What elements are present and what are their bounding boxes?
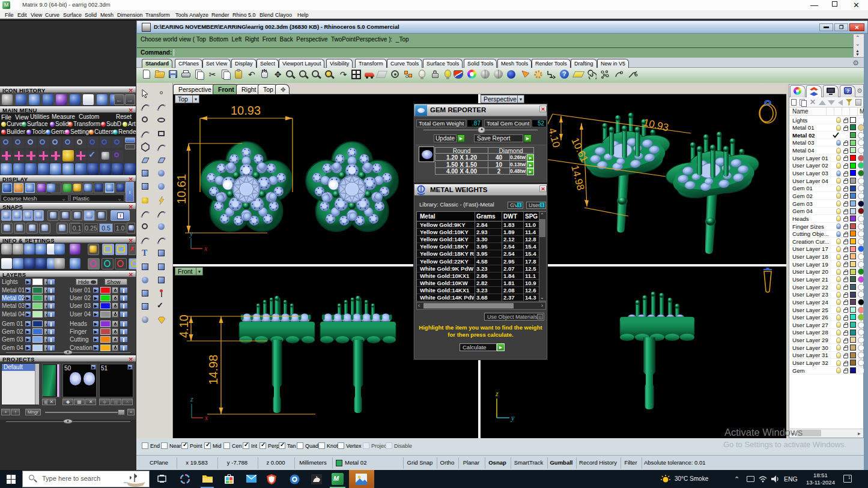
svg-text:y: y bbox=[511, 414, 515, 422]
svg-text:x: x bbox=[204, 244, 208, 253]
svg-text:4.10: 4.10 bbox=[177, 315, 190, 338]
svg-text:14.98: 14.98 bbox=[207, 355, 220, 385]
svg-text:10.61: 10.61 bbox=[175, 174, 188, 204]
svg-text:14.98: 14.98 bbox=[569, 164, 586, 191]
svg-text:10.93: 10.93 bbox=[642, 116, 670, 133]
svg-text:y: y bbox=[189, 229, 193, 238]
svg-text:10.93: 10.93 bbox=[231, 104, 261, 117]
svg-text:x: x bbox=[204, 414, 208, 422]
svg-text:z: z bbox=[495, 390, 499, 398]
svg-text:4.10: 4.10 bbox=[546, 127, 562, 149]
svg-text:z: z bbox=[190, 395, 193, 403]
